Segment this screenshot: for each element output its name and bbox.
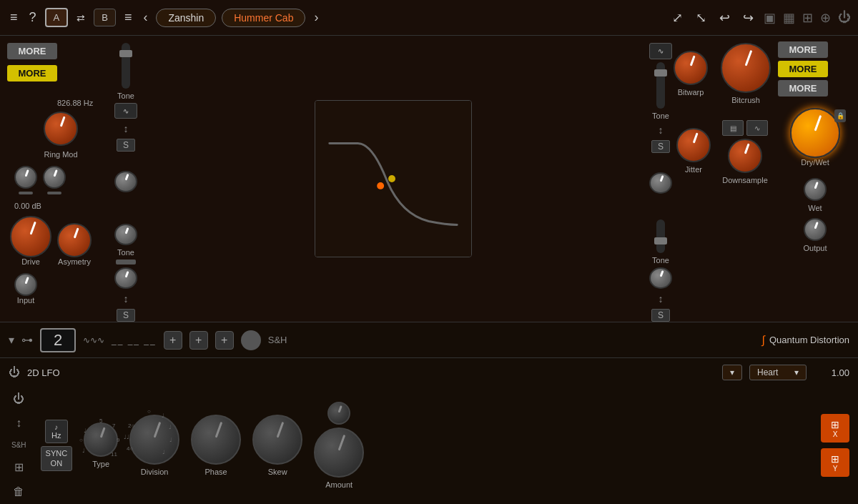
modulation-number-box[interactable]: 2 [40, 328, 76, 352]
preset-main-button[interactable]: Zanshin [156, 9, 216, 27]
bottom-route-icon[interactable]: ⊶ [21, 333, 33, 347]
left-tone-knob-bottom[interactable] [114, 267, 137, 289]
expand-icon[interactable]: ⤢ [669, 7, 686, 29]
lfo-sidebar-sh[interactable]: S&H [9, 438, 29, 452]
jitter-knob[interactable] [676, 128, 711, 162]
more-gray-button[interactable]: MORE [7, 43, 57, 59]
preset-b-button[interactable]: B [94, 9, 116, 26]
lfo-xy-buttons: ⊞ X ⊞ Y [821, 414, 849, 477]
lfo-amount-knob[interactable] [314, 428, 364, 478]
left-tone-strip: Tone ∿ ↕ S Tone ↕ S [114, 36, 137, 322]
resize-icon[interactable]: ⤡ [693, 7, 709, 29]
right-tone-knob-bottom[interactable] [649, 267, 672, 289]
more-yellow-button[interactable]: MORE [7, 65, 57, 81]
svg-text:♩: ♩ [82, 448, 85, 454]
svg-text:7: 7 [112, 423, 116, 429]
drive-knob[interactable] [10, 216, 51, 257]
lock-icon[interactable]: 🔒 [834, 109, 846, 122]
lfo-shape-dropdown[interactable]: ▾ [722, 365, 742, 380]
left-s-btn-top[interactable]: S [117, 139, 135, 152]
small-knob-1[interactable] [14, 166, 37, 189]
right-s-btn-top[interactable]: S [651, 140, 670, 153]
more-stack: MORE MORE MORE [778, 41, 852, 97]
right-tone-strip: ∿ Tone ↕ S Tone ↕ S [649, 36, 672, 322]
lfo-division-group: ○ ♩ ♩ ♩ ♩ 2○ ♩♩ 4○ Division [129, 415, 179, 476]
more-btn-3[interactable]: MORE [778, 80, 828, 97]
dash-pattern: __ __ __ [112, 335, 157, 345]
input-knob[interactable] [14, 273, 37, 296]
left-arrow-up[interactable]: ↕ [124, 123, 129, 134]
more-btn-2[interactable]: MORE [778, 61, 828, 77]
svg-point-2 [377, 182, 384, 189]
icon-view1[interactable]: ▣ [764, 10, 776, 26]
ring-mod-knob[interactable] [44, 112, 78, 146]
right-arrow-down[interactable]: ↕ [659, 293, 664, 305]
svg-text:♩: ♩ [169, 437, 172, 443]
lfo-type-knob[interactable]: 5 7 9 11 ○ ♩ ♩ [84, 423, 118, 457]
left-shape-btn-top[interactable]: ∿ [114, 103, 137, 119]
lfo-value: 1.00 [814, 367, 849, 378]
wet-label: Wet [808, 204, 822, 212]
help-icon[interactable]: ? [26, 7, 39, 28]
add-mod-1[interactable]: + [164, 331, 182, 350]
lfo-x-button[interactable]: ⊞ X [821, 414, 849, 443]
more-btn-1[interactable]: MORE [778, 41, 828, 58]
left-s-btn-bottom[interactable]: S [117, 309, 135, 322]
add-mod-2[interactable]: + [189, 331, 208, 350]
right-arrow-up[interactable]: ↕ [659, 124, 664, 136]
menu-icon[interactable]: ≡ [7, 7, 21, 28]
right-tone-knob-top[interactable] [649, 172, 672, 194]
eq-icon[interactable]: ≡ [122, 7, 135, 28]
left-tone-knob-mid[interactable] [114, 224, 137, 245]
mode-btn-1[interactable]: ▤ [722, 120, 744, 136]
right-fader-bottom[interactable] [656, 219, 665, 253]
preset-a-button[interactable]: A [45, 8, 69, 27]
sync-button[interactable]: SYNCON [41, 446, 73, 470]
wet-knob[interactable] [804, 178, 827, 201]
redo-icon[interactable]: ↪ [740, 7, 756, 29]
right-fader-top[interactable] [656, 62, 665, 109]
output-knob[interactable] [804, 218, 827, 241]
lfo-amount-small-knob[interactable] [327, 402, 350, 425]
preset-sub-button[interactable]: Hummer Cab [222, 9, 305, 27]
prev-preset-icon[interactable]: ‹ [140, 7, 150, 28]
lfo-sidebar-grid[interactable]: ⊞ [11, 458, 26, 477]
bitwarp-knob[interactable] [674, 51, 708, 85]
icon-view2[interactable]: ▦ [783, 10, 795, 26]
lfo-skew-knob[interactable] [252, 415, 302, 465]
dry-wet-knob[interactable] [790, 108, 840, 158]
small-knob-2[interactable] [43, 166, 66, 189]
next-preset-icon[interactable]: › [311, 7, 321, 28]
downsample-knob[interactable] [728, 139, 762, 173]
icon-view3[interactable]: ⊞ [802, 10, 813, 26]
left-arrow-down[interactable]: ↕ [124, 293, 129, 305]
circle-btn[interactable] [241, 330, 261, 350]
bitcrush-knob[interactable] [721, 43, 771, 93]
bottom-bar: ▾ ⊶ 2 ∿∿∿ __ __ __ + + + S&H ∫ Quantum D… [0, 322, 858, 357]
left-tone-knob-top[interactable] [114, 171, 137, 192]
bottom-arrow-icon[interactable]: ▾ [9, 333, 14, 347]
lfo-power-icon[interactable]: ⏻ [9, 366, 20, 379]
icon-view4[interactable]: ⊕ [820, 10, 831, 26]
undo-icon[interactable]: ↩ [716, 7, 733, 29]
asymetry-knob[interactable] [57, 223, 92, 257]
lfo-y-label: Y [833, 465, 838, 473]
add-mod-3[interactable]: + [215, 331, 234, 350]
ab-swap-icon[interactable]: ⇄ [74, 9, 88, 26]
lfo-division-knob[interactable]: ○ ♩ ♩ ♩ ♩ 2○ ♩♩ 4○ [129, 415, 179, 465]
lfo-phase-knob[interactable] [191, 415, 241, 465]
lfo-y-button[interactable]: ⊞ Y [821, 448, 849, 477]
right-s-btn-bottom[interactable]: S [651, 309, 670, 322]
bitcrush-label: Bitcrush [731, 96, 760, 104]
lfo-sidebar-arrows[interactable]: ↕ [13, 414, 24, 433]
lfo-sidebar-trash[interactable]: 🗑 [10, 483, 27, 501]
bitwarp-label: Bitwarp [678, 88, 704, 97]
hz-button[interactable]: ♪ Hz [45, 420, 67, 443]
mode-btn-2[interactable]: ∿ [746, 120, 768, 136]
right-shape-btn-top[interactable]: ∿ [649, 43, 672, 59]
waveform-display[interactable] [315, 100, 472, 257]
lfo-type-dropdown[interactable]: Heart ▾ [749, 365, 807, 380]
lfo-sidebar-power[interactable]: ⏻ [10, 390, 27, 408]
left-fader-top[interactable] [122, 43, 130, 89]
power-icon[interactable]: ⏻ [838, 10, 851, 25]
